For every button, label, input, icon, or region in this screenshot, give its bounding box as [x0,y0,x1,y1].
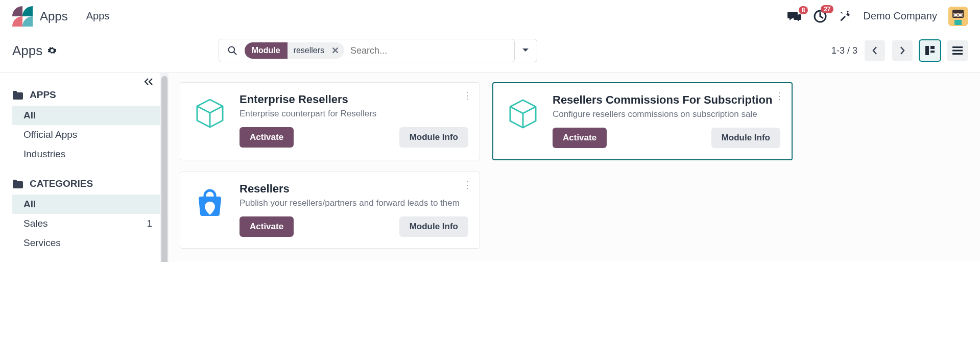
card-menu-button[interactable]: ⋮ [463,90,472,101]
chevron-left-icon [872,46,878,55]
sidebar-item-count: 1 [147,218,152,229]
search-input[interactable] [344,45,514,56]
search-icon [219,45,245,56]
svg-rect-14 [952,53,963,55]
module-title: Resellers [240,182,468,196]
activate-button[interactable]: Activate [240,127,294,148]
svg-rect-12 [952,46,963,48]
sidebar-apps-item[interactable]: Industries [12,144,163,164]
module-info-button[interactable]: Module Info [711,128,780,148]
svg-line-8 [233,52,236,55]
svg-rect-6 [954,20,962,25]
chevron-double-left-icon [144,78,153,85]
chevron-right-icon [899,46,905,55]
module-card[interactable]: ⋮Enterprise ResellersEnterprise counterp… [180,82,480,160]
logo-icon [12,6,33,27]
sidebar: APPS AllOfficial AppsIndustries CATEGORI… [0,73,169,262]
svg-rect-13 [952,50,963,52]
search-facet-chip: Module resellers ✕ [245,42,344,59]
module-description: Configure resellers commissions on subsc… [553,109,780,120]
search-options-toggle[interactable] [515,39,537,62]
sidebar-item-label: All [23,110,36,121]
sidebar-item-label: Official Apps [23,129,77,140]
card-menu-button[interactable]: ⋮ [463,179,472,190]
module-icon [505,95,541,132]
search-box[interactable]: Module resellers ✕ [219,39,515,62]
company-switcher[interactable]: Demo Company [863,10,937,22]
module-title: Enterprise Resellers [240,93,468,106]
tools-icon [839,10,852,23]
top-navbar: Apps Apps 8 27 Demo Company [0,0,980,33]
breadcrumb-title: Apps [12,43,42,59]
svg-rect-11 [930,51,935,53]
messages-button[interactable]: 8 [787,10,802,22]
sidebar-scrollbar[interactable] [160,73,169,262]
folder-icon [12,179,23,188]
module-info-button[interactable]: Module Info [399,127,468,148]
svg-rect-5 [959,14,962,16]
user-avatar[interactable] [948,7,968,26]
activities-button[interactable]: 27 [813,9,827,23]
module-icon [192,184,228,221]
svg-rect-4 [954,14,958,16]
menu-apps[interactable]: Apps [82,7,114,25]
facet-label: Module [245,42,288,59]
app-title: Apps [40,9,68,23]
facet-remove[interactable]: ✕ [329,45,344,56]
svg-rect-10 [930,46,935,49]
sidebar-categories-item[interactable]: All [12,195,163,214]
module-description: Enterprise counterpart for Resellers [240,108,468,120]
sidebar-categories-item[interactable]: Services [12,233,163,253]
caret-down-icon [522,48,529,53]
module-info-button[interactable]: Module Info [399,216,468,237]
sidebar-section-categories: CATEGORIES [12,178,163,189]
messages-badge: 8 [799,6,808,14]
sidebar-item-label: Services [23,237,61,249]
list-icon [952,46,963,55]
module-card[interactable]: ⋮Resellers Commissions For SubscriptionC… [492,82,793,160]
breadcrumb: Apps [12,43,57,59]
debug-button[interactable] [839,10,852,23]
pager-next[interactable] [892,40,913,61]
avatar-icon [948,7,968,26]
view-kanban[interactable] [920,40,940,61]
sidebar-section-apps: APPS [12,89,163,101]
pager-prev[interactable] [865,40,885,61]
module-icon [192,95,228,132]
sidebar-categories-item[interactable]: Sales1 [12,214,163,233]
facet-value: resellers [288,46,329,55]
folder-icon [12,90,23,100]
activities-badge: 27 [821,5,833,13]
view-list[interactable] [947,40,968,61]
svg-rect-9 [925,46,929,55]
activate-button[interactable]: Activate [553,128,607,148]
content-area: ⋮Enterprise ResellersEnterprise counterp… [169,73,980,262]
module-description: Publish your resellers/partners and forw… [240,198,468,209]
sidebar-item-label: Sales [23,218,48,229]
sidebar-item-label: Industries [23,149,65,160]
control-panel: Apps Module resellers ✕ 1-3 / 3 [0,33,980,72]
pager-text[interactable]: 1-3 / 3 [831,45,857,56]
app-switcher[interactable]: Apps [12,6,68,27]
module-title: Resellers Commissions For Subscription [553,93,780,107]
sidebar-apps-item[interactable]: All [12,106,163,125]
kanban-icon [925,45,935,56]
module-card[interactable]: ⋮ResellersPublish your resellers/partner… [180,172,480,249]
card-menu-button[interactable]: ⋮ [775,90,784,102]
sidebar-item-label: All [23,199,36,210]
sidebar-apps-item[interactable]: Official Apps [12,125,163,144]
activate-button[interactable]: Activate [240,216,294,237]
sidebar-collapse[interactable] [144,78,153,85]
gear-icon[interactable] [47,46,57,55]
